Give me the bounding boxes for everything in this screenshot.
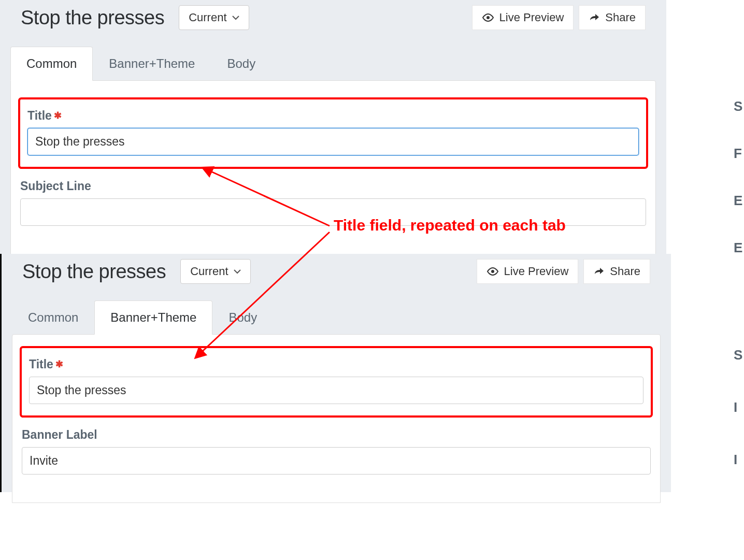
subject-label: Subject Line [20, 179, 646, 193]
title-label: Title✱ [27, 109, 639, 123]
tab-body[interactable]: Body [211, 47, 271, 80]
title-field-group: Title✱ [27, 109, 639, 155]
version-dropdown[interactable]: Current [180, 259, 250, 284]
share-label: Share [610, 265, 640, 278]
header-actions: Live Preview Share [477, 259, 650, 284]
eye-icon [487, 267, 499, 276]
title-input[interactable] [27, 128, 639, 155]
live-preview-label: Live Preview [499, 11, 564, 24]
annotation-callout: Title field, repeated on each tab [334, 217, 566, 234]
tab-banner-theme[interactable]: Banner+Theme [94, 300, 212, 335]
page-title: Stop the presses [22, 261, 166, 283]
banner-label-label: Banner Label [22, 428, 651, 442]
form-banner-theme: Title✱ Banner Label [12, 334, 661, 503]
header-actions: Live Preview Share [472, 5, 646, 30]
tab-body[interactable]: Body [212, 300, 273, 334]
live-preview-button[interactable]: Live Preview [477, 259, 579, 284]
share-label: Share [605, 11, 636, 24]
sidebar-peek-top: S F E E [732, 98, 744, 249]
header: Stop the presses Current Live Preview Sh… [0, 0, 666, 34]
annotation-highlight-bottom: Title✱ [20, 346, 653, 418]
eye-icon [482, 13, 494, 22]
annotation-highlight-top: Title✱ [18, 97, 648, 169]
required-asterisk: ✱ [55, 359, 63, 369]
header: Stop the presses Current Live Preview Sh… [2, 254, 671, 288]
version-dropdown[interactable]: Current [179, 5, 249, 30]
live-preview-button[interactable]: Live Preview [472, 5, 574, 30]
tabs-top: Common Banner+Theme Body [0, 47, 666, 80]
chevron-down-icon [232, 15, 239, 20]
tab-banner-theme[interactable]: Banner+Theme [93, 47, 211, 80]
tab-common[interactable]: Common [12, 300, 94, 334]
version-label: Current [189, 11, 226, 24]
share-icon [589, 13, 600, 22]
title-field-group: Title✱ [29, 357, 643, 404]
tab-common[interactable]: Common [10, 47, 93, 81]
version-label: Current [190, 265, 228, 278]
share-icon [593, 267, 605, 276]
svg-point-1 [491, 270, 494, 273]
required-asterisk: ✱ [54, 110, 62, 121]
editor-panel-common: Stop the presses Current Live Preview Sh… [0, 0, 666, 254]
sidebar-peek-bottom: S I I [732, 347, 744, 502]
live-preview-label: Live Preview [504, 265, 569, 278]
banner-label-input[interactable] [22, 447, 651, 475]
svg-point-0 [487, 16, 490, 19]
share-button[interactable]: Share [583, 259, 650, 284]
chevron-down-icon [234, 269, 241, 274]
share-button[interactable]: Share [579, 5, 646, 30]
tabs-bottom: Common Banner+Theme Body [2, 300, 671, 334]
title-input[interactable] [29, 377, 643, 404]
banner-label-field-group: Banner Label [22, 428, 651, 475]
title-label: Title✱ [29, 357, 643, 371]
editor-panel-banner: Stop the presses Current Live Preview Sh… [0, 254, 671, 492]
page-title: Stop the presses [21, 7, 164, 29]
